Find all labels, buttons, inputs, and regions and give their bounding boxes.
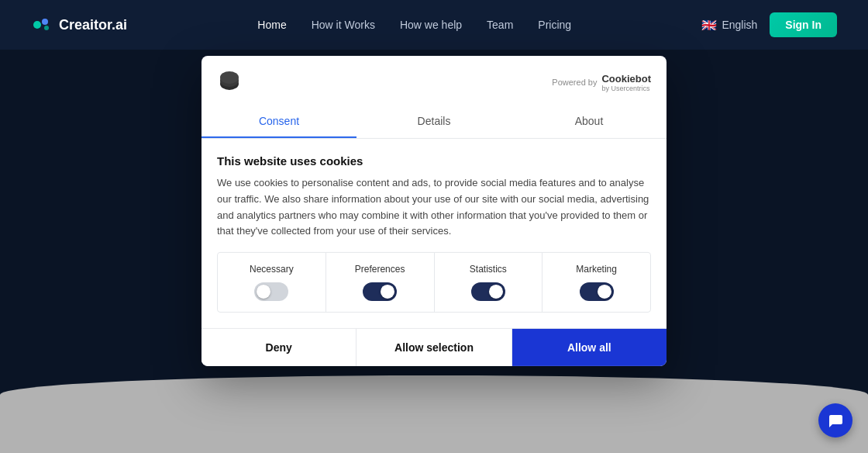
nav-team[interactable]: Team bbox=[487, 19, 513, 31]
category-statistics-label: Statistics bbox=[470, 264, 507, 275]
svg-point-2 bbox=[44, 26, 49, 30]
powered-by: Powered by Cookiebot by Usercentrics bbox=[552, 72, 651, 92]
category-marketing: Marketing bbox=[542, 253, 650, 312]
cookiebot-brand: Cookiebot bbox=[601, 72, 651, 84]
nav-links: Home How it Works How we help Team Prici… bbox=[257, 19, 571, 31]
allow-all-button[interactable]: Allow all bbox=[512, 329, 666, 366]
toggle-statistics[interactable] bbox=[471, 282, 505, 301]
cookie-categories: Necessary Preferences Statistics bbox=[217, 252, 651, 313]
modal-title: This website uses cookies bbox=[217, 154, 651, 168]
navbar: Creaitor.ai Home How it Works How we hel… bbox=[0, 0, 868, 50]
cookie-modal: Powered by Cookiebot by Usercentrics Con… bbox=[202, 56, 666, 366]
tab-about[interactable]: About bbox=[512, 105, 666, 138]
category-marketing-label: Marketing bbox=[576, 264, 617, 275]
category-necessary-label: Necessary bbox=[250, 264, 294, 275]
nav-home[interactable]: Home bbox=[257, 19, 286, 31]
toggle-knob-preferences bbox=[381, 285, 394, 299]
signin-button[interactable]: Sign In bbox=[770, 12, 837, 37]
toggle-knob-statistics bbox=[489, 285, 503, 299]
svg-point-0 bbox=[33, 21, 41, 29]
deny-button[interactable]: Deny bbox=[202, 329, 356, 366]
toggle-necessary[interactable] bbox=[254, 282, 288, 301]
powered-by-label: Powered by bbox=[552, 78, 597, 87]
nav-pricing[interactable]: Pricing bbox=[538, 19, 571, 31]
nav-how-it-works[interactable]: How it Works bbox=[312, 19, 375, 31]
cookiebot-logo bbox=[217, 68, 242, 96]
modal-actions: Deny Allow selection Allow all bbox=[202, 328, 666, 366]
cookiebot-sub: by Usercentrics bbox=[601, 84, 651, 92]
modal-header: Powered by Cookiebot by Usercentrics bbox=[202, 56, 666, 96]
tab-consent[interactable]: Consent bbox=[202, 105, 356, 138]
modal-tabs: Consent Details About bbox=[202, 105, 666, 139]
toggle-marketing[interactable] bbox=[580, 282, 614, 301]
logo-icon bbox=[31, 14, 53, 36]
tab-details[interactable]: Details bbox=[356, 105, 512, 138]
svg-point-5 bbox=[220, 71, 239, 84]
category-necessary: Necessary bbox=[218, 253, 326, 312]
svg-point-1 bbox=[42, 19, 48, 25]
logo-text: Creaitor.ai bbox=[59, 17, 127, 33]
nav-right: 🇬🇧 English Sign In bbox=[701, 12, 837, 37]
modal-description: We use cookies to personalise content an… bbox=[217, 175, 651, 240]
flag-icon: 🇬🇧 bbox=[701, 18, 717, 33]
toggle-knob-necessary bbox=[257, 285, 270, 299]
chat-bubble[interactable] bbox=[818, 403, 852, 437]
toggle-knob-marketing bbox=[598, 285, 611, 299]
logo[interactable]: Creaitor.ai bbox=[31, 14, 127, 36]
modal-body: This website uses cookies We use cookies… bbox=[202, 139, 666, 328]
category-statistics: Statistics bbox=[435, 253, 543, 312]
chat-icon bbox=[827, 412, 844, 429]
language-label: English bbox=[722, 19, 757, 31]
toggle-preferences[interactable] bbox=[363, 282, 397, 301]
category-preferences-label: Preferences bbox=[355, 264, 405, 275]
language-selector[interactable]: 🇬🇧 English bbox=[701, 18, 757, 33]
allow-selection-button[interactable]: Allow selection bbox=[356, 329, 512, 366]
category-preferences: Preferences bbox=[326, 253, 435, 312]
nav-how-we-help[interactable]: How we help bbox=[400, 19, 462, 31]
